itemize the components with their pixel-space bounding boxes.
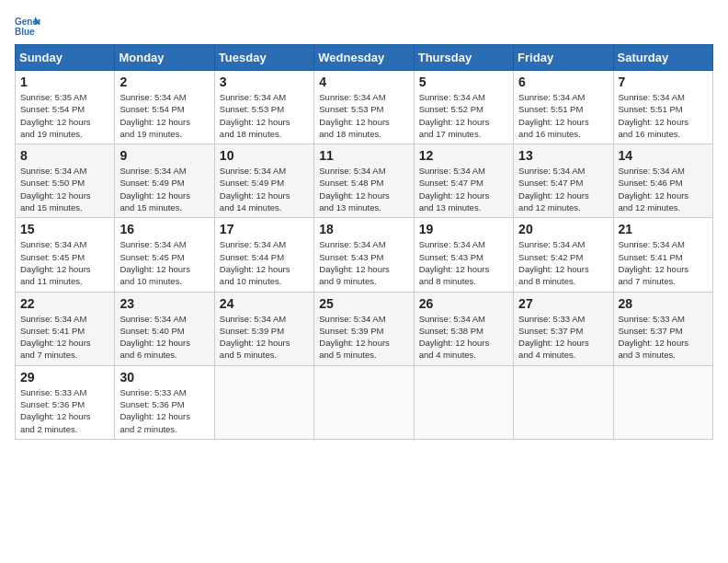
day-detail: Sunrise: 5:34 AM Sunset: 5:43 PM Dayligh…: [319, 238, 408, 287]
calendar-week-4: 22Sunrise: 5:34 AM Sunset: 5:41 PM Dayli…: [16, 292, 713, 365]
day-number: 24: [220, 296, 309, 311]
day-detail: Sunrise: 5:34 AM Sunset: 5:53 PM Dayligh…: [220, 91, 309, 140]
calendar-cell-29: 29Sunrise: 5:33 AM Sunset: 5:36 PM Dayli…: [16, 365, 115, 439]
calendar-cell-16: 16Sunrise: 5:34 AM Sunset: 5:45 PM Dayli…: [115, 218, 214, 292]
calendar-cell-26: 26Sunrise: 5:34 AM Sunset: 5:38 PM Dayli…: [414, 292, 513, 365]
day-detail: Sunrise: 5:34 AM Sunset: 5:50 PM Dayligh…: [20, 165, 109, 213]
day-number: 15: [20, 222, 109, 236]
day-detail: Sunrise: 5:34 AM Sunset: 5:51 PM Dayligh…: [518, 91, 608, 140]
day-number: 2: [119, 75, 209, 89]
calendar-table: SundayMondayTuesdayWednesdayThursdayFrid…: [15, 44, 713, 440]
day-number: 10: [220, 148, 309, 163]
logo-icon: General Blue: [15, 15, 40, 37]
day-number: 19: [419, 222, 508, 236]
page-header: General Blue: [15, 15, 713, 37]
calendar-cell-10: 10Sunrise: 5:34 AM Sunset: 5:49 PM Dayli…: [214, 144, 313, 218]
day-detail: Sunrise: 5:33 AM Sunset: 5:36 PM Dayligh…: [20, 386, 109, 435]
day-number: 27: [518, 296, 608, 311]
day-number: 12: [419, 148, 508, 163]
calendar-cell-14: 14Sunrise: 5:34 AM Sunset: 5:46 PM Dayli…: [613, 144, 712, 218]
day-detail: Sunrise: 5:33 AM Sunset: 5:36 PM Dayligh…: [119, 386, 209, 435]
day-detail: Sunrise: 5:34 AM Sunset: 5:38 PM Dayligh…: [419, 313, 508, 362]
day-number: 16: [119, 222, 209, 236]
calendar-cell-empty: [613, 365, 712, 439]
day-number: 20: [518, 222, 608, 236]
day-number: 28: [619, 296, 708, 311]
calendar-cell-24: 24Sunrise: 5:34 AM Sunset: 5:39 PM Dayli…: [214, 292, 313, 365]
day-detail: Sunrise: 5:34 AM Sunset: 5:44 PM Dayligh…: [220, 238, 309, 287]
day-number: 30: [119, 370, 209, 385]
calendar-cell-empty: [414, 365, 513, 439]
calendar-cell-12: 12Sunrise: 5:34 AM Sunset: 5:47 PM Dayli…: [414, 144, 513, 218]
day-number: 8: [20, 148, 109, 163]
day-number: 13: [518, 148, 608, 163]
day-number: 22: [20, 296, 109, 311]
calendar-cell-25: 25Sunrise: 5:34 AM Sunset: 5:39 PM Dayli…: [314, 292, 414, 365]
day-number: 25: [319, 296, 408, 311]
day-detail: Sunrise: 5:34 AM Sunset: 5:45 PM Dayligh…: [119, 238, 209, 287]
day-detail: Sunrise: 5:35 AM Sunset: 5:54 PM Dayligh…: [20, 91, 109, 140]
calendar-cell-21: 21Sunrise: 5:34 AM Sunset: 5:41 PM Dayli…: [613, 218, 712, 292]
day-number: 4: [319, 75, 408, 89]
column-header-wednesday: Wednesday: [314, 45, 414, 71]
day-detail: Sunrise: 5:34 AM Sunset: 5:49 PM Dayligh…: [119, 165, 209, 213]
day-detail: Sunrise: 5:34 AM Sunset: 5:48 PM Dayligh…: [319, 165, 408, 213]
calendar-cell-4: 4Sunrise: 5:34 AM Sunset: 5:53 PM Daylig…: [314, 71, 414, 144]
calendar-cell-11: 11Sunrise: 5:34 AM Sunset: 5:48 PM Dayli…: [314, 144, 414, 218]
day-detail: Sunrise: 5:34 AM Sunset: 5:39 PM Dayligh…: [220, 313, 309, 362]
column-header-monday: Monday: [115, 45, 214, 71]
logo: General Blue: [15, 15, 44, 37]
calendar-cell-18: 18Sunrise: 5:34 AM Sunset: 5:43 PM Dayli…: [314, 218, 414, 292]
calendar-cell-20: 20Sunrise: 5:34 AM Sunset: 5:42 PM Dayli…: [514, 218, 613, 292]
column-header-friday: Friday: [514, 45, 613, 71]
column-header-tuesday: Tuesday: [214, 45, 313, 71]
svg-text:Blue: Blue: [15, 27, 35, 37]
day-detail: Sunrise: 5:34 AM Sunset: 5:47 PM Dayligh…: [419, 165, 508, 213]
day-number: 23: [119, 296, 209, 311]
day-number: 29: [20, 370, 109, 385]
calendar-cell-7: 7Sunrise: 5:34 AM Sunset: 5:51 PM Daylig…: [613, 71, 712, 144]
calendar-cell-15: 15Sunrise: 5:34 AM Sunset: 5:45 PM Dayli…: [16, 218, 115, 292]
day-detail: Sunrise: 5:34 AM Sunset: 5:45 PM Dayligh…: [20, 238, 109, 287]
calendar-cell-empty: [214, 365, 313, 439]
calendar-cell-1: 1Sunrise: 5:35 AM Sunset: 5:54 PM Daylig…: [16, 71, 115, 144]
column-header-thursday: Thursday: [414, 45, 513, 71]
calendar-week-5: 29Sunrise: 5:33 AM Sunset: 5:36 PM Dayli…: [16, 365, 713, 439]
day-number: 18: [319, 222, 408, 236]
day-detail: Sunrise: 5:34 AM Sunset: 5:41 PM Dayligh…: [619, 238, 708, 287]
day-detail: Sunrise: 5:33 AM Sunset: 5:37 PM Dayligh…: [619, 313, 708, 362]
day-number: 6: [518, 75, 608, 89]
calendar-cell-13: 13Sunrise: 5:34 AM Sunset: 5:47 PM Dayli…: [514, 144, 613, 218]
calendar-cell-2: 2Sunrise: 5:34 AM Sunset: 5:54 PM Daylig…: [115, 71, 214, 144]
calendar-cell-8: 8Sunrise: 5:34 AM Sunset: 5:50 PM Daylig…: [16, 144, 115, 218]
calendar-cell-28: 28Sunrise: 5:33 AM Sunset: 5:37 PM Dayli…: [613, 292, 712, 365]
day-number: 14: [619, 148, 708, 163]
day-detail: Sunrise: 5:34 AM Sunset: 5:40 PM Dayligh…: [119, 313, 209, 362]
calendar-cell-5: 5Sunrise: 5:34 AM Sunset: 5:52 PM Daylig…: [414, 71, 513, 144]
day-detail: Sunrise: 5:33 AM Sunset: 5:37 PM Dayligh…: [518, 313, 608, 362]
day-number: 9: [119, 148, 209, 163]
day-detail: Sunrise: 5:34 AM Sunset: 5:52 PM Dayligh…: [419, 91, 508, 140]
calendar-week-1: 1Sunrise: 5:35 AM Sunset: 5:54 PM Daylig…: [16, 71, 713, 144]
header-row: SundayMondayTuesdayWednesdayThursdayFrid…: [16, 45, 713, 71]
calendar-week-2: 8Sunrise: 5:34 AM Sunset: 5:50 PM Daylig…: [16, 144, 713, 218]
calendar-cell-3: 3Sunrise: 5:34 AM Sunset: 5:53 PM Daylig…: [214, 71, 313, 144]
day-number: 1: [20, 75, 109, 89]
day-detail: Sunrise: 5:34 AM Sunset: 5:54 PM Dayligh…: [119, 91, 209, 140]
calendar-cell-30: 30Sunrise: 5:33 AM Sunset: 5:36 PM Dayli…: [115, 365, 214, 439]
day-number: 26: [419, 296, 508, 311]
day-detail: Sunrise: 5:34 AM Sunset: 5:42 PM Dayligh…: [518, 238, 608, 287]
day-detail: Sunrise: 5:34 AM Sunset: 5:46 PM Dayligh…: [619, 165, 708, 213]
day-detail: Sunrise: 5:34 AM Sunset: 5:39 PM Dayligh…: [319, 313, 408, 362]
day-detail: Sunrise: 5:34 AM Sunset: 5:51 PM Dayligh…: [619, 91, 708, 140]
day-detail: Sunrise: 5:34 AM Sunset: 5:47 PM Dayligh…: [518, 165, 608, 213]
calendar-cell-6: 6Sunrise: 5:34 AM Sunset: 5:51 PM Daylig…: [514, 71, 613, 144]
day-number: 11: [319, 148, 408, 163]
column-header-sunday: Sunday: [16, 45, 115, 71]
day-number: 21: [619, 222, 708, 236]
calendar-cell-19: 19Sunrise: 5:34 AM Sunset: 5:43 PM Dayli…: [414, 218, 513, 292]
calendar-cell-17: 17Sunrise: 5:34 AM Sunset: 5:44 PM Dayli…: [214, 218, 313, 292]
day-number: 17: [220, 222, 309, 236]
day-number: 3: [220, 75, 309, 89]
column-header-saturday: Saturday: [613, 45, 712, 71]
